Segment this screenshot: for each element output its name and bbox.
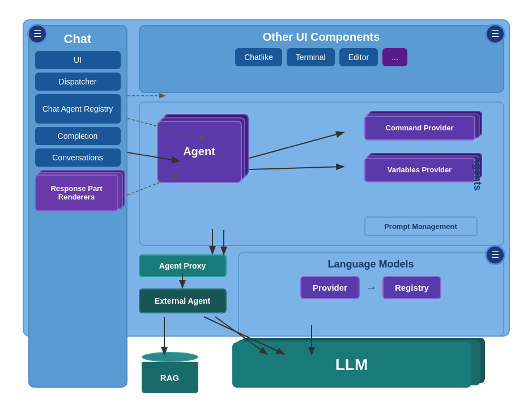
list-icon: ☰: [33, 28, 41, 39]
command-provider-box: Command Provider: [364, 116, 475, 141]
rag-label: RAG: [142, 362, 198, 393]
arrow-right-icon: →: [365, 281, 377, 294]
rag-cylinder: RAG: [142, 352, 198, 393]
variables-provider-box: Variables Provider: [364, 158, 475, 182]
chat-conversations-box: Conversations: [35, 148, 121, 167]
icon-circle-top-left: ☰: [27, 24, 48, 44]
llm-container: LLM: [232, 342, 476, 393]
providers-area: Command Provider Variables Provider: [364, 111, 478, 192]
editor-btn: Editor: [339, 48, 378, 66]
other-ui-title: Other UI Components: [147, 31, 496, 44]
provider-box: Provider: [300, 276, 360, 299]
command-provider-stacked: Command Provider: [364, 111, 478, 145]
chat-ui-box: UI: [35, 51, 121, 69]
icon-circle-top-right: ☰: [485, 24, 505, 44]
chat-completion-box: Completion: [35, 127, 121, 145]
agent-box: Agent: [157, 121, 242, 183]
prompt-mgmt-box: Prompt Management: [364, 216, 478, 236]
other-ui-buttons: Chatlike Terminal Editor ...: [147, 48, 496, 66]
chat-registry-box: Chat Agent Registry: [35, 94, 121, 124]
response-renderers-box: Response Part Renderers: [35, 175, 118, 211]
registry-box: Registry: [382, 276, 441, 299]
other-ui-panel: Other UI Components Chatlike Terminal Ed…: [139, 25, 504, 93]
icon-circle-mid-right: ☰: [485, 245, 505, 265]
list-icon-2: ☰: [491, 28, 499, 39]
agents-side-label: Agents: [471, 151, 483, 196]
llm-stacked: LLM: [232, 342, 476, 393]
lang-models-row: Provider → Registry: [245, 276, 497, 299]
list-icon-3: ☰: [491, 249, 499, 260]
variables-provider-stacked: Variables Provider: [364, 153, 478, 187]
agent-stacked: Agent: [157, 114, 242, 182]
chat-title: Chat: [35, 32, 121, 46]
lang-models-panel: Language Models Provider → Registry: [238, 252, 504, 337]
agents-panel: Agent Command Provider Variables Provide…: [139, 101, 504, 246]
chat-dispatcher-box: Dispatcher: [35, 73, 121, 91]
agent-proxy-box: Agent Proxy: [139, 254, 227, 277]
terminal-btn: Terminal: [287, 48, 335, 66]
chat-panel: Chat UI Dispatcher Chat Agent Registry C…: [28, 25, 127, 388]
lang-models-title: Language Models: [245, 258, 497, 270]
external-agent-box: External Agent: [139, 288, 227, 313]
response-renderers-stacked: Response Part Renderers: [35, 170, 121, 210]
llm-box: LLM: [232, 342, 471, 388]
chatlike-btn: Chatlike: [235, 48, 282, 66]
more-btn: ...: [382, 48, 407, 66]
cylinder-top: [142, 352, 198, 362]
